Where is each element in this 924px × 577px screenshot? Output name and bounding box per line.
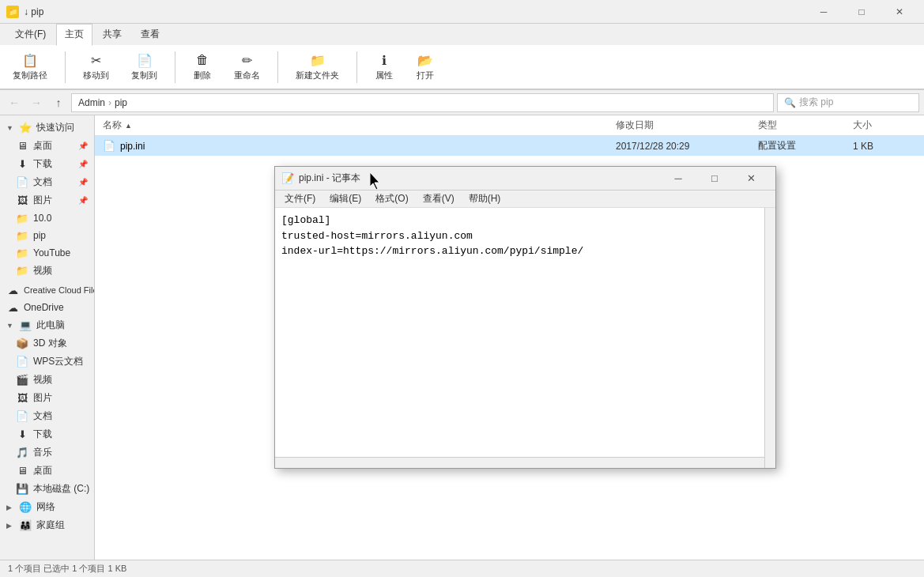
sidebar-item-video-qa[interactable]: 📁 视频 [0, 262, 94, 280]
ribbon-tab-view[interactable]: 查看 [132, 24, 168, 45]
sidebar-item-music[interactable]: 🎵 音乐 [0, 443, 94, 462]
notepad-scrollbar-horizontal[interactable] [275, 457, 764, 468]
sidebar-label-creative-cloud: Creative Cloud Files [24, 285, 95, 295]
properties-icon: ℹ [375, 52, 394, 68]
col-type[interactable]: 类型 [758, 119, 853, 132]
sidebar-item-documents[interactable]: 📄 文档 📌 [0, 173, 94, 191]
sidebar-item-youtube[interactable]: 📁 YouTube [0, 244, 94, 262]
sidebar-item-dsk[interactable]: 🖥 桌面 [0, 462, 94, 480]
sidebar-label-this-pc: 此电脑 [36, 319, 65, 332]
sidebar-item-onedrive[interactable]: ☁ OneDrive [0, 299, 94, 316]
notepad-menu-file[interactable]: 文件(F) [278, 190, 322, 207]
notepad-title-text: pip.ini - 记事本 [299, 172, 660, 185]
ribbon-btn-copy[interactable]: 📄 复制到 [126, 51, 162, 83]
sidebar-label-wps: WPS云文档 [33, 355, 83, 368]
sidebar-label-3d: 3D 对象 [33, 337, 67, 350]
pin-download: 📌 [78, 160, 88, 168]
sidebar-item-dl[interactable]: ⬇ 下载 [0, 425, 94, 443]
sidebar-item-10[interactable]: 📁 10.0 [0, 209, 94, 227]
search-icon: 🔍 [784, 97, 796, 108]
sidebar-item-desktop[interactable]: 🖥 桌面 📌 [0, 137, 94, 155]
file-size: 1 KB [853, 141, 916, 152]
ribbon-btn-move[interactable]: ✂ 移动到 [78, 51, 114, 83]
ribbon-btn-copy-path[interactable]: 📋 复制路径 [8, 51, 52, 83]
pictures-icon: 🖼 [16, 194, 28, 207]
sidebar: ▼ ⭐ 快速访问 🖥 桌面 📌 ⬇ 下载 📌 📄 文档 📌 [0, 115, 95, 560]
sidebar-item-creative-cloud[interactable]: ☁ Creative Cloud Files [0, 281, 94, 299]
breadcrumb-pip[interactable]: pip [115, 97, 127, 108]
col-name[interactable]: 名称 ▲ [103, 119, 616, 132]
ribbon-tab-home[interactable]: 主页 [56, 24, 92, 46]
maximize-button[interactable]: □ [843, 0, 880, 24]
address-bar[interactable]: Admin › pip [71, 93, 774, 112]
dsk-icon: 🖥 [16, 465, 28, 477]
back-button[interactable]: ← [5, 93, 24, 112]
ribbon-btn-new-folder[interactable]: 📁 新建文件夹 [291, 51, 344, 83]
ribbon-btn-rename[interactable]: ✏ 重命名 [229, 51, 265, 83]
notepad-scrollbar-vertical[interactable] [764, 208, 775, 468]
notepad-menu-help[interactable]: 帮助(H) [462, 190, 507, 207]
sidebar-item-doc[interactable]: 📄 文档 [0, 407, 94, 425]
desktop-icon: 🖥 [16, 140, 28, 153]
notepad-window: 📝 pip.ini - 记事本 ─ □ ✕ 文件(F) 编辑(E) 格式(O) … [274, 166, 776, 469]
ribbon-tab-file[interactable]: 文件(F) [6, 24, 55, 45]
sort-arrow-name: ▲ [125, 122, 132, 130]
notepad-minimize-button[interactable]: ─ [660, 167, 696, 190]
ribbon-btn-delete[interactable]: 🗑 删除 [188, 51, 217, 83]
onedrive-icon: ☁ [6, 301, 19, 314]
file-row-pip-ini[interactable]: 📄 pip.ini 2017/12/28 20:29 配置设置 1 KB [95, 136, 924, 156]
sidebar-item-drive-c[interactable]: 💾 本地磁盘 (C:) [0, 480, 94, 498]
ribbon-btn-properties[interactable]: ℹ 属性 [370, 51, 398, 83]
notepad-maximize-button[interactable]: □ [696, 167, 733, 190]
minimize-button[interactable]: ─ [805, 0, 842, 24]
col-size[interactable]: 大小 [853, 119, 916, 132]
ribbon-btn-open[interactable]: 📂 打开 [411, 51, 439, 83]
notepad-menu-format[interactable]: 格式(O) [369, 190, 414, 207]
status-bar: 1 个项目 已选中 1 个项目 1 KB [0, 560, 924, 577]
search-box[interactable]: 🔍 搜索 pip [777, 93, 919, 112]
ribbon: 文件(F) 主页 共享 查看 📋 复制路径 ✂ 移动到 📄 复制到 🗑 删除 [0, 24, 924, 90]
sidebar-label-video: 视频 [33, 373, 52, 387]
sidebar-item-homegroup[interactable]: ▶ 👨‍👩‍👧 家庭组 [0, 516, 94, 534]
open-icon: 📂 [416, 52, 435, 68]
sidebar-item-pip[interactable]: 📁 pip [0, 227, 94, 244]
col-type-label: 类型 [758, 119, 777, 132]
music-icon: 🎵 [16, 447, 28, 459]
sidebar-item-3d[interactable]: 📦 3D 对象 [0, 334, 94, 353]
col-date[interactable]: 修改日期 [616, 119, 758, 132]
explorer-icon: 📁 [6, 6, 19, 18]
up-button[interactable]: ↑ [49, 93, 68, 112]
close-button[interactable]: ✕ [881, 0, 918, 24]
creative-cloud-icon: ☁ [6, 284, 19, 296]
sidebar-item-download[interactable]: ⬇ 下载 📌 [0, 155, 94, 173]
notepad-textarea[interactable] [275, 208, 775, 468]
file-type: 配置设置 [758, 139, 853, 153]
video-icon: 🎬 [16, 374, 28, 387]
sidebar-label-onedrive: OneDrive [24, 302, 64, 313]
file-ini-icon: 📄 [103, 140, 115, 153]
notepad-menu-view[interactable]: 查看(V) [417, 190, 461, 207]
forward-button[interactable]: → [27, 93, 46, 112]
sidebar-item-video[interactable]: 🎬 视频 [0, 371, 94, 389]
sidebar-item-wps[interactable]: 📄 WPS云文档 [0, 353, 94, 371]
notepad-content [275, 208, 775, 468]
ribbon-content: 📋 复制路径 ✂ 移动到 📄 复制到 🗑 删除 ✏ 重命名 [0, 45, 924, 89]
sidebar-label-video-qa: 视频 [33, 264, 52, 277]
breadcrumb-admin[interactable]: Admin [78, 97, 105, 108]
sidebar-label-youtube: YouTube [33, 247, 70, 258]
sidebar-item-network[interactable]: ▶ 🌐 网络 [0, 498, 94, 516]
notepad-controls: ─ □ ✕ [660, 167, 769, 190]
sidebar-item-this-pc[interactable]: ▼ 💻 此电脑 [0, 316, 94, 334]
status-text: 1 个项目 已选中 1 个项目 1 KB [8, 563, 126, 575]
ribbon-tab-share[interactable]: 共享 [94, 24, 130, 45]
copy-path-icon: 📋 [21, 52, 40, 68]
drive-c-icon: 💾 [16, 483, 28, 496]
notepad-close-button[interactable]: ✕ [733, 167, 769, 190]
sidebar-label-picture: 图片 [33, 391, 52, 405]
copy-icon: 📄 [135, 52, 154, 68]
sidebar-item-pictures[interactable]: 🖼 图片 📌 [0, 191, 94, 209]
sidebar-item-picture[interactable]: 🖼 图片 [0, 389, 94, 407]
title-bar-title: ↓ pip [24, 6, 43, 17]
notepad-menu-edit[interactable]: 编辑(E) [323, 190, 368, 207]
sidebar-item-quick-access[interactable]: ▼ ⭐ 快速访问 [0, 119, 94, 137]
